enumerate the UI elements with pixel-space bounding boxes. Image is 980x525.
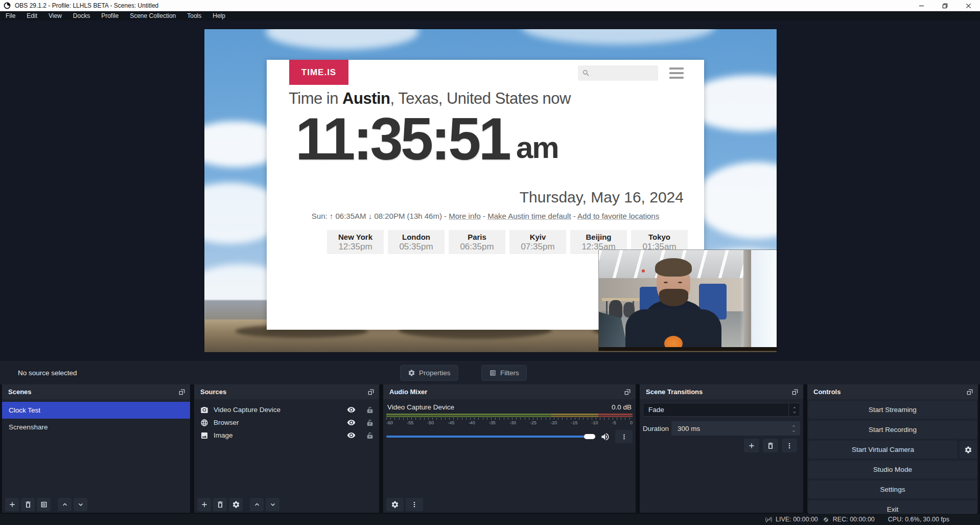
advanced-audio-button[interactable] xyxy=(386,498,404,511)
chevron-down-icon xyxy=(77,500,85,509)
trash-icon xyxy=(766,442,775,450)
cloud xyxy=(266,29,419,50)
spin-up-icon[interactable] xyxy=(790,424,797,428)
scene-item-screenshare[interactable]: Screenshare xyxy=(2,419,190,436)
popout-icon[interactable] xyxy=(623,388,632,396)
lock-icon[interactable] xyxy=(366,431,374,440)
camera-icon xyxy=(200,406,208,414)
cloud xyxy=(695,162,777,239)
menu-help[interactable]: Help xyxy=(207,11,231,20)
visibility-eye-icon[interactable] xyxy=(347,405,356,414)
add-transition-button[interactable] xyxy=(744,439,759,452)
lock-icon[interactable] xyxy=(366,406,374,414)
add-source-button[interactable] xyxy=(197,498,211,511)
scenes-dock: Scenes Clock Test Screenshare xyxy=(2,384,190,513)
kebab-icon xyxy=(620,433,628,441)
duration-label: Duration xyxy=(643,425,671,432)
controls-dock: Controls Start Streaming Start Recording… xyxy=(807,384,978,513)
menu-view[interactable]: View xyxy=(43,11,67,20)
lock-icon[interactable] xyxy=(366,419,374,427)
transition-select[interactable]: Fade xyxy=(643,403,800,417)
gear-icon xyxy=(232,500,240,509)
visibility-eye-icon[interactable] xyxy=(347,418,356,427)
settings-button[interactable]: Settings xyxy=(808,481,977,498)
start-recording-button[interactable]: Start Recording xyxy=(808,421,977,439)
add-scene-button[interactable] xyxy=(5,498,19,511)
image-icon xyxy=(200,431,208,440)
studio-mode-button[interactable]: Studio Mode xyxy=(808,461,977,478)
source-item-video-capture[interactable]: Video Capture Device xyxy=(194,403,379,416)
properties-button[interactable]: Properties xyxy=(400,365,458,381)
volume-slider[interactable] xyxy=(386,436,595,438)
move-source-down-button[interactable] xyxy=(266,498,279,511)
start-virtual-camera-button[interactable]: Start Virtual Camera xyxy=(808,441,958,459)
mixer-menu-button[interactable] xyxy=(406,498,423,511)
scene-preview[interactable]: TIME.IS Time in Austin, Texas, United St… xyxy=(204,29,777,352)
close-button[interactable] xyxy=(956,0,980,11)
filter-icon xyxy=(40,500,48,509)
chevron-down-icon xyxy=(791,410,798,415)
channel-menu-button[interactable] xyxy=(615,430,633,443)
source-item-image[interactable]: Image xyxy=(194,429,379,442)
live-signal-off-icon xyxy=(765,516,773,523)
obs-window: OBS 29.1.2 - Profile: LLHLS BETA - Scene… xyxy=(0,0,980,525)
move-scene-up-button[interactable] xyxy=(58,498,72,511)
spin-down-icon[interactable] xyxy=(790,429,797,433)
search-icon xyxy=(582,69,590,77)
menu-file[interactable]: File xyxy=(0,11,21,20)
kebab-icon xyxy=(785,442,794,450)
mixer-channel-name: Video Capture Device xyxy=(387,403,454,411)
start-streaming-button[interactable]: Start Streaming xyxy=(808,401,977,419)
scene-item-clock-test[interactable]: Clock Test xyxy=(2,402,190,419)
city-box-london: London05:35pm xyxy=(388,230,445,254)
menu-bar: File Edit View Docks Profile Scene Colle… xyxy=(0,11,980,20)
remove-transition-button[interactable] xyxy=(763,439,778,452)
cloud xyxy=(521,29,715,44)
popout-icon[interactable] xyxy=(791,388,799,396)
menu-scene-collection[interactable]: Scene Collection xyxy=(124,11,181,20)
preview-canvas[interactable]: TIME.IS Time in Austin, Texas, United St… xyxy=(0,20,980,361)
scene-filters-button[interactable] xyxy=(37,498,51,511)
page-heading: Time in Austin, Texas, United States now xyxy=(289,89,687,108)
hamburger-menu-icon xyxy=(669,67,684,79)
move-source-up-button[interactable] xyxy=(250,498,264,511)
menu-tools[interactable]: Tools xyxy=(181,11,207,20)
sun-info-line: Sun: ↑ 06:35AM ↓ 08:20PM (13h 46m) - Mor… xyxy=(267,212,704,220)
chevron-up-icon xyxy=(253,500,261,509)
source-item-browser[interactable]: Browser xyxy=(194,416,379,429)
duration-spinbox[interactable]: 300 ms xyxy=(671,421,800,436)
window-title: OBS 29.1.2 - Profile: LLHLS BETA - Scene… xyxy=(15,2,158,9)
popout-icon[interactable] xyxy=(178,388,186,396)
remove-source-button[interactable] xyxy=(213,498,227,511)
audio-mixer-title: Audio Mixer xyxy=(389,388,427,396)
virtual-camera-settings-button[interactable] xyxy=(960,441,977,459)
status-bar: LIVE: 00:00:00 REC: 00:00:00 CPU: 0.6%, … xyxy=(0,514,980,525)
volume-slider-handle[interactable] xyxy=(584,434,595,439)
visibility-eye-icon[interactable] xyxy=(347,431,356,440)
menu-edit[interactable]: Edit xyxy=(21,11,43,20)
transition-menu-button[interactable] xyxy=(782,439,797,452)
restore-button[interactable] xyxy=(933,0,956,11)
remove-scene-button[interactable] xyxy=(21,498,35,511)
menu-profile[interactable]: Profile xyxy=(96,11,124,20)
title-bar: OBS 29.1.2 - Profile: LLHLS BETA - Scene… xyxy=(0,0,980,11)
popout-icon[interactable] xyxy=(966,388,974,396)
dock-area: Scenes Clock Test Screenshare Sources xyxy=(0,384,980,514)
add-favorite-link: Add to favorite locations xyxy=(577,212,659,220)
dual-gear-icon xyxy=(391,500,399,509)
speaker-icon[interactable] xyxy=(600,432,610,442)
restore-icon xyxy=(942,3,948,9)
make-default-link: Make Austin time default xyxy=(487,212,571,220)
source-properties-button[interactable] xyxy=(229,498,243,511)
meter-ticks xyxy=(386,418,633,420)
menu-docks[interactable]: Docks xyxy=(67,11,96,20)
clock-ampm: am xyxy=(516,130,558,165)
search-box xyxy=(578,65,658,81)
webcam-table xyxy=(602,298,641,301)
minimize-button[interactable] xyxy=(909,0,933,11)
source-list: Video Capture Device Browser Image xyxy=(194,403,379,442)
filters-button[interactable]: Filters xyxy=(481,365,527,381)
popout-icon[interactable] xyxy=(367,388,375,396)
record-off-icon xyxy=(822,516,830,523)
move-scene-down-button[interactable] xyxy=(74,498,87,511)
